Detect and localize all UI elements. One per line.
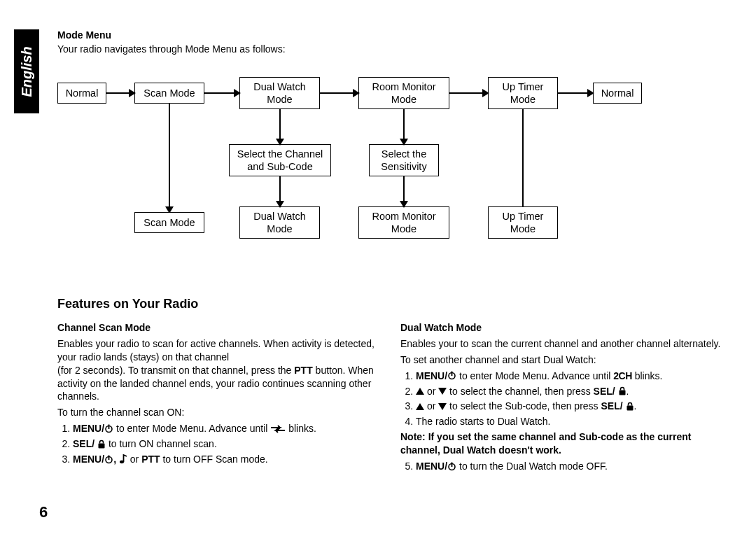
scan-step-3: MENU/, or PTT to turn OFF Scan mode. [73, 453, 379, 466]
col-dual-watch: Dual Watch Mode Enables your to scan the… [400, 317, 722, 475]
lock-icon [626, 402, 634, 411]
features-heading: Features on Your Radio [57, 297, 728, 311]
arrow-room-down-2 [400, 176, 407, 206]
box-up-timer: Up Timer Mode [488, 77, 558, 109]
box-select-channel-subcode: Select the Channel and Sub-Code [229, 144, 331, 176]
box-room-monitor-2: Room Monitor Mode [358, 206, 449, 239]
twoCH-icon: 2CH [613, 370, 632, 381]
dual-note: Note: If you set the same channel and Su… [400, 430, 722, 457]
dual-steps: MENU/ to enter Mode Menu. Advance until … [400, 370, 722, 429]
dual-step-5: MENU/ to turn the Dual Watch mode OFF. [416, 460, 722, 473]
lock-icon [97, 440, 106, 449]
arrow-scan-down [166, 104, 173, 212]
scan-para: Enables your radio to scan for active ch… [57, 337, 379, 403]
arrow-dual-to-room [320, 90, 358, 97]
page-content: Mode Menu Your radio navigates through M… [57, 29, 728, 475]
power-icon [447, 371, 456, 380]
mode-menu-intro: Your radio navigates through Mode Menu a… [57, 43, 728, 55]
mode-menu-diagram: Normal Scan Mode Dual Watch Mode Room Mo… [57, 69, 729, 293]
arrow-dual-down-1 [276, 109, 284, 144]
dual-steps-2: MENU/ to turn the Dual Watch mode OFF. [400, 460, 722, 473]
arrow-timer-down [519, 109, 526, 212]
arrow-normal-to-scan [106, 90, 134, 97]
box-room-monitor: Room Monitor Mode [358, 77, 449, 109]
dual-step-4: The radio starts to Dual Watch. [416, 415, 722, 428]
power-icon [447, 462, 456, 471]
dual-intro: To set another channel and start Dual Wa… [400, 353, 722, 367]
subhead-dual-watch: Dual Watch Mode [400, 321, 722, 335]
music-note-icon [119, 454, 127, 464]
scan-zigzag-icon [270, 425, 286, 433]
box-dual-watch: Dual Watch Mode [239, 77, 320, 109]
col-channel-scan: Channel Scan Mode Enables your radio to … [57, 317, 379, 475]
power-icon [104, 455, 113, 464]
language-tab: English [14, 29, 39, 113]
power-icon [104, 424, 113, 433]
dual-step-3: or to select the Sub-code, then press SE… [416, 400, 722, 413]
dual-para-1: Enables your to scan the current channel… [400, 337, 722, 351]
arrow-room-down-1 [400, 109, 407, 144]
subhead-channel-scan: Channel Scan Mode [57, 321, 379, 335]
mode-menu-heading: Mode Menu [57, 29, 728, 41]
down-triangle-icon [438, 388, 447, 395]
svg-rect-8 [619, 391, 625, 395]
box-scan-mode: Scan Mode [134, 83, 204, 104]
box-select-sensitivity: Select the Sensitivity [369, 144, 439, 176]
arrow-room-to-timer [449, 90, 488, 97]
dual-step-1: MENU/ to enter Mode Menu. Advance until … [416, 370, 722, 383]
box-normal-end: Normal [593, 83, 642, 104]
dual-step-2: or to select the channel, then press SEL… [416, 385, 722, 398]
down-triangle-icon [438, 403, 447, 410]
language-tab-text: English [19, 46, 35, 97]
up-triangle-icon [416, 388, 424, 395]
arrow-timer-to-normal [558, 90, 593, 97]
lock-icon [618, 386, 626, 395]
scan-step-2: SEL/ to turn ON channel scan. [73, 437, 379, 451]
box-normal-start: Normal [57, 83, 106, 104]
box-up-timer-2: Up Timer Mode [488, 206, 558, 239]
box-dual-watch-2: Dual Watch Mode [239, 206, 320, 239]
scan-step-1: MENU/ to enter Mode Menu. Advance until … [73, 422, 379, 435]
box-scan-mode-2: Scan Mode [134, 212, 204, 233]
svg-rect-2 [99, 443, 105, 448]
arrow-scan-to-dual [204, 90, 239, 97]
up-triangle-icon [416, 403, 424, 410]
scan-steps: MENU/ to enter Mode Menu. Advance until … [57, 422, 379, 466]
arrow-dual-down-2 [276, 176, 284, 206]
scan-turn-on-intro: To turn the channel scan ON: [57, 406, 379, 419]
page-number: 6 [39, 503, 48, 521]
svg-rect-9 [626, 406, 633, 411]
features-columns: Channel Scan Mode Enables your radio to … [57, 317, 728, 475]
